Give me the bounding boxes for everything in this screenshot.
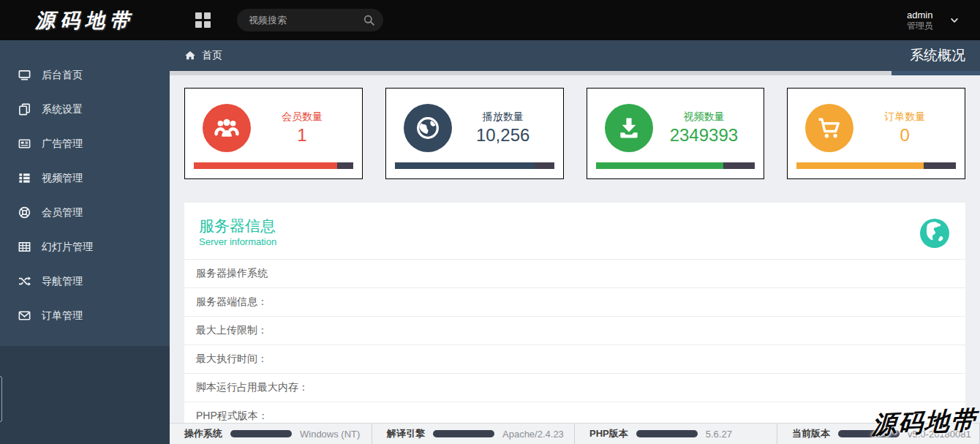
stat-card-label: 播放数量	[452, 110, 554, 124]
status-value: Apache/2.4.23	[502, 429, 564, 440]
scrollbar-track	[170, 71, 892, 75]
server-info-label: 服务器端信息：	[196, 296, 268, 309]
user-name: admin	[907, 10, 933, 20]
search-icon[interactable]	[363, 14, 375, 26]
stat-card-value: 0	[853, 125, 956, 146]
stat-card-progress-fill	[596, 162, 723, 169]
sidebar-item-label: 订单管理	[42, 309, 83, 323]
stat-card-progressbar	[796, 162, 956, 169]
sidebar-item-icon	[18, 68, 31, 82]
stat-card-progress-fill	[395, 162, 535, 169]
sidebar-item-icon	[18, 102, 31, 116]
server-info-row: PHP程式版本：	[184, 402, 965, 423]
sidebar-item-icon	[18, 137, 31, 151]
status-section: 操作系统 Windows (NT)	[170, 424, 372, 444]
server-info-row: 服务器端信息： Apache/2.4.23 (Win32) OpenSSL/1.…	[184, 287, 965, 316]
sidebar-item[interactable]: 会员管理	[0, 195, 170, 230]
sidebar-item[interactable]: 后台首页	[0, 58, 170, 92]
footer-links	[0, 346, 170, 381]
server-info-label: 脚本运行占用最大内存：	[196, 381, 309, 394]
search-box	[237, 9, 383, 31]
topbar-main: admin 管理员	[170, 0, 980, 40]
sidebar-item[interactable]: 系统设置	[0, 92, 170, 127]
stat-card-icon	[214, 115, 240, 141]
panel-title: 服务器信息	[199, 217, 951, 235]
status-value: v5.0-20180081	[908, 429, 971, 440]
user-role: 管理员	[907, 20, 933, 31]
stat-card-icon	[816, 115, 843, 141]
sidebar-item[interactable]: 订单管理	[0, 298, 170, 333]
status-progressbar	[636, 430, 698, 437]
stat-card-circle	[404, 104, 452, 152]
stat-card: 订单数量 0	[787, 88, 965, 179]
server-info-label: 最大执行时间：	[196, 353, 268, 366]
sidebar-item[interactable]: 广告管理	[0, 127, 170, 161]
stat-card-circle	[203, 104, 251, 152]
stat-card-progressbar	[395, 162, 554, 169]
server-info-row: 最大执行时间： 1200秒	[184, 345, 965, 373]
globe-icon	[919, 217, 951, 249]
brand-logo: 源码地带	[0, 0, 170, 40]
status-progressbar	[230, 430, 292, 437]
sidebar-item-label: 幻灯片管理	[42, 241, 93, 254]
breadcrumb[interactable]: 首页	[184, 49, 222, 62]
stat-card-circle	[605, 104, 653, 152]
stat-card-icon	[415, 115, 441, 141]
sidebar-item-icon	[18, 171, 31, 185]
sidebar-item-icon	[18, 240, 31, 254]
sidebar-item-label: 系统设置	[42, 103, 83, 116]
server-info-row: 服务器操作系统 WINNT	[184, 259, 965, 287]
sidebar-item[interactable]: 视频管理	[0, 161, 170, 195]
server-info-panel: 服务器信息 Server information 服务器操作系统 WINNT 服…	[184, 203, 965, 423]
stat-card-icon	[616, 115, 642, 141]
status-bar: 操作系统 Windows (NT) 解译引擎 Apache/2.4.23 PHP…	[170, 423, 980, 444]
server-info-row: 脚本运行占用最大内存： 128M	[184, 373, 965, 402]
status-label: 解译引擎	[387, 427, 425, 440]
sidebar-item-label: 导航管理	[42, 275, 83, 288]
sidebar-item-icon	[18, 274, 31, 288]
topbar: 源码地带 admin 管理员	[0, 0, 980, 40]
sidebar-footer	[0, 346, 170, 444]
search-input[interactable]	[237, 9, 383, 31]
sidebar-item[interactable]: 幻灯片管理	[0, 230, 170, 264]
stat-cards-row: 会员数量 1 播放数量 10,256	[184, 88, 965, 179]
status-value: 5.6.27	[706, 429, 732, 440]
horizontal-scrollbar[interactable]	[170, 71, 980, 75]
sidebar-item[interactable]: 导航管理	[0, 264, 170, 298]
panel-subtitle: Server information	[199, 236, 951, 247]
sidebar-item-label: 广告管理	[42, 138, 83, 151]
stat-card: 视频数量 2349393	[587, 88, 765, 179]
user-menu[interactable]: admin 管理员	[900, 7, 967, 34]
stat-card: 会员数量 1	[184, 88, 363, 179]
sidebar-item-icon	[18, 309, 31, 323]
status-label: 当前版本	[792, 427, 830, 440]
main-content: 会员数量 1 播放数量 10,256	[170, 75, 980, 423]
page-header-bar: 首页 系统概况	[170, 40, 980, 71]
stat-card-label: 视频数量	[653, 110, 755, 124]
app-root: 源码地带 admin 管理员 后台首页	[0, 0, 980, 444]
server-info-row: 最大上传限制： 512M	[184, 316, 965, 345]
status-label: PHP版本	[589, 427, 628, 440]
page-title: 系统概况	[910, 46, 965, 65]
stat-card-circle	[805, 104, 853, 152]
chevron-down-icon	[949, 15, 960, 26]
status-progressbar	[838, 430, 900, 437]
server-info-label: PHP程式版本：	[196, 410, 268, 423]
offscreen-panel-edge	[0, 376, 2, 422]
stat-card-progressbar	[596, 162, 755, 169]
home-icon	[184, 50, 196, 61]
sidebar-item-icon	[18, 206, 31, 219]
sidebar-nav: 后台首页 系统设置 广告管理 视频管理 会员管理	[0, 40, 170, 333]
stat-card-progress-fill	[194, 162, 337, 169]
stat-card-label: 订单数量	[853, 110, 956, 124]
apps-grid-icon[interactable]	[195, 12, 211, 28]
status-section: 当前版本 v5.0-20180081	[777, 424, 980, 444]
status-section: PHP版本 5.6.27	[575, 424, 777, 444]
stat-card-value: 10,256	[452, 125, 554, 146]
scrollbar-thumb	[892, 71, 980, 75]
server-info-label: 服务器操作系统	[196, 267, 268, 280]
status-value: Windows (NT)	[300, 429, 360, 440]
status-section: 解译引擎 Apache/2.4.23	[372, 424, 575, 444]
stat-card-progressbar	[194, 162, 353, 169]
server-info-label: 最大上传限制：	[196, 324, 268, 337]
